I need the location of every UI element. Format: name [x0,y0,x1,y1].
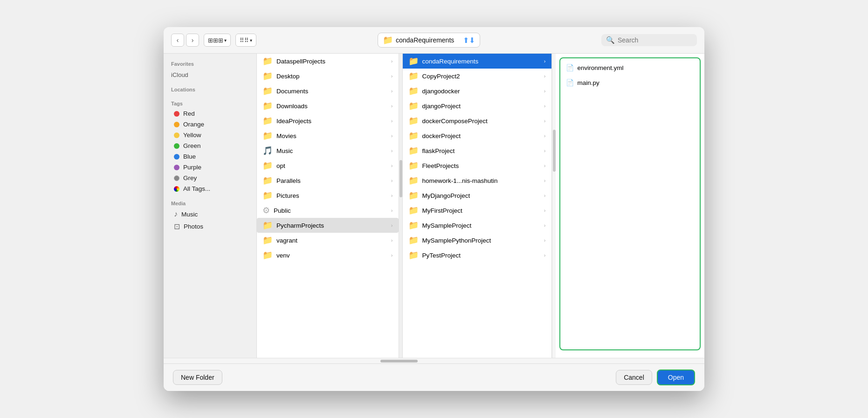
photos-icon: ⊡ [174,222,180,231]
list-item[interactable]: 📁 IdeaProjects › [257,113,399,128]
file-item-name: MySamplePythonProject [422,237,540,244]
open-dialog: ‹ › ⊞⊞⊞ ▾ ⠿⠿ ▾ 📁 condaRequirements ⬆⬇ 🔍 [164,27,704,391]
list-item[interactable]: 📁 MyDjangoProject › [403,188,551,203]
bottom-bar: New Folder Cancel Open [164,363,704,391]
open-button[interactable]: Open [657,369,695,385]
favorites-section-title: Favorites [164,58,256,69]
file-item-name: MySampleProject [422,222,540,229]
chevron-icon: › [391,178,393,183]
list-item[interactable]: 📁 CopyProject2 › [403,69,551,84]
list-item[interactable]: 📁 DataspellProjects › [257,54,399,69]
file-item-name: FleetProjects [422,162,540,169]
list-item[interactable]: 📁 MySampleProject › [403,218,551,233]
folder-icon: 📁 [262,175,273,186]
orange-dot [174,122,179,127]
back-icon: ‹ [177,36,179,44]
list-item[interactable]: 📁 venv › [257,248,399,263]
forward-button[interactable]: › [186,34,199,47]
list-item[interactable]: 📁 dockerComposeProject › [403,113,551,128]
list-item[interactable]: 📁 Downloads › [257,98,399,113]
back-button[interactable]: ‹ [171,34,184,47]
sidebar-item-grey[interactable]: Grey [166,173,254,183]
folder-icon: 📁 [262,220,273,230]
columns-view-button[interactable]: ⊞⊞⊞ ▾ [204,34,231,47]
grid-view-button[interactable]: ⠿⠿ ▾ [235,34,256,47]
new-folder-button[interactable]: New Folder [173,370,222,385]
chevron-icon: › [391,223,393,228]
file-item-name: MyDjangoProject [422,192,540,199]
list-item[interactable]: 📁 vagrant › [257,233,399,248]
list-item[interactable]: 📁 Pictures › [257,188,399,203]
file-item-name: condaRequirements [422,58,540,65]
sidebar-item-all-tags[interactable]: All Tags... [166,183,254,194]
sidebar-item-photos[interactable]: ⊡ Photos [166,220,254,233]
horizontal-scrollbar[interactable] [164,358,704,363]
folder-icon: 📁 [262,86,273,96]
list-item[interactable]: 📁 djangodocker › [403,84,551,98]
folder-icon: 📁 [408,86,419,96]
list-item[interactable]: 📁 flaskProject › [403,143,551,158]
grey-dot [174,175,179,181]
folder-icon: 📁 [408,160,419,171]
sidebar-item-yellow[interactable]: Yellow [166,130,254,140]
file-item-name: Downloads [276,103,387,110]
icloud-section-title: iCloud [164,69,256,80]
grid-view-icon: ⠿⠿ [240,37,249,44]
main-content: Favorites iCloud Locations Tags Red Oran… [164,54,704,358]
file-panel-3-wrapper: 📄 environment.yml 📄 main.py [556,54,705,358]
sidebar-item-red[interactable]: Red [166,108,254,119]
sidebar-item-music[interactable]: ♪ Music [166,208,254,220]
list-item[interactable]: 📁 dockerProject › [403,128,551,143]
list-item[interactable]: 📄 environment.yml [560,60,700,75]
chevron-icon: › [391,103,393,109]
chevron-icon: › [391,58,393,64]
list-item[interactable]: 📁 PyTestProject › [403,248,551,263]
folder-icon: 📁 [262,56,273,66]
file-item-name: vagrant [276,237,387,244]
chevron-icon: › [391,252,393,258]
list-item[interactable]: 🎵 Music › [257,143,399,158]
list-item[interactable]: 📁 FleetProjects › [403,158,551,173]
list-item[interactable]: 📁 opt › [257,158,399,173]
sidebar-item-label-music: Music [181,211,198,218]
sidebar: Favorites iCloud Locations Tags Red Oran… [164,54,257,358]
list-item[interactable]: 📁 Documents › [257,84,399,98]
location-bar: 📁 condaRequirements ⬆⬇ [261,33,597,48]
list-item[interactable]: 📁 PycharmProjects › [257,218,399,233]
folder-icon: 📁 [408,175,419,186]
search-input[interactable] [618,36,692,44]
sidebar-item-green[interactable]: Green [166,140,254,151]
sidebar-item-orange[interactable]: Orange [166,119,254,130]
sidebar-item-purple[interactable]: Purple [166,162,254,173]
list-item[interactable]: 📁 Desktop › [257,69,399,84]
file-item-name: djangodocker [422,88,540,95]
panel2-scroll-thumb [553,130,556,172]
folder-icon: 📁 [408,146,419,156]
panel2-scrollbar[interactable] [552,54,556,358]
chevron-icon: › [544,208,546,213]
music-icon: ♪ [174,210,178,218]
location-pill[interactable]: 📁 condaRequirements ⬆⬇ [378,33,480,48]
list-item[interactable]: 📄 main.py [560,75,700,90]
location-chevron-icon: ⬆⬇ [463,36,475,45]
sidebar-item-blue[interactable]: Blue [166,151,254,162]
chevron-icon: › [544,58,546,64]
list-item[interactable]: ⚙ Public › [257,203,399,218]
file-item-name: main.py [578,79,695,86]
list-item[interactable]: 📁 Movies › [257,128,399,143]
sidebar-item-label-red: Red [183,110,195,117]
cancel-button[interactable]: Cancel [616,370,652,385]
list-item[interactable]: 📁 condaRequirements › [403,54,551,69]
list-item[interactable]: 📁 MySamplePythonProject › [403,233,551,248]
chevron-icon: › [544,148,546,153]
chevron-icon: › [544,237,546,243]
chevron-icon: › [391,88,393,94]
list-item[interactable]: 📁 MyFirstProject › [403,203,551,218]
list-item[interactable]: 📁 homework-1...nis-mashutin › [403,173,551,188]
list-item[interactable]: 📁 Parallels › [257,173,399,188]
panel1-scroll-thumb [400,160,402,197]
chevron-icon: › [544,118,546,124]
list-item[interactable]: 📁 djangoProject › [403,98,551,113]
panel1-scrollbar[interactable] [399,54,403,358]
sidebar-item-label-blue: Blue [183,153,196,160]
